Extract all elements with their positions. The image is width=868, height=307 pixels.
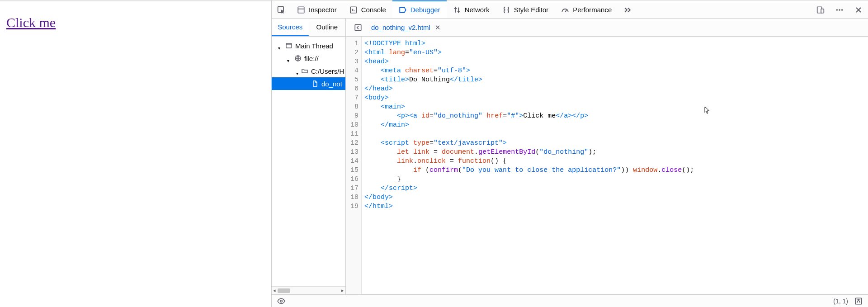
tab-performance[interactable]: Performance [555, 0, 618, 18]
svg-rect-4 [821, 9, 824, 13]
tab-style-editor-label: Style Editor [514, 6, 549, 14]
sources-tab[interactable]: Sources [272, 19, 309, 36]
pick-element-icon [277, 6, 285, 14]
open-file-tab[interactable]: do_nothing_v2.html ✕ [368, 22, 443, 33]
pick-element-button[interactable] [272, 0, 291, 18]
performance-icon [561, 6, 569, 14]
tree-scheme[interactable]: file:// [272, 52, 345, 65]
sources-tree-pane: Main Thread file:// C:/U [272, 37, 346, 294]
chevron-double-right-icon [623, 6, 632, 14]
file-icon [311, 80, 319, 87]
globe-icon [294, 55, 302, 62]
source-code[interactable]: <!DOCTYPE html><html lang="en-US"><head>… [362, 37, 868, 294]
close-file-tab-button[interactable]: ✕ [435, 24, 441, 31]
window-icon [285, 42, 292, 49]
tab-style-editor[interactable]: Style Editor [496, 0, 555, 18]
outline-tab[interactable]: Outline [309, 19, 346, 36]
responsive-mode-button[interactable] [811, 5, 830, 14]
debugger-subbar: Sources Outline do_nothing_v2.html ✕ [272, 19, 868, 37]
close-devtools-button[interactable] [849, 5, 868, 14]
devtools-toolbar: Inspector Console Debugger Network [272, 0, 868, 19]
tab-console[interactable]: Console [343, 0, 392, 18]
devtools-panel: Inspector Console Debugger Network [271, 0, 868, 307]
source-map-button[interactable] [854, 297, 863, 305]
watch-expressions-button[interactable] [277, 297, 285, 305]
close-icon [854, 6, 863, 14]
tree-folder[interactable]: C:/Users/H [272, 65, 345, 77]
tree-main-thread-label: Main Thread [295, 42, 333, 50]
editor-status-bar: (1, 1) [272, 294, 868, 307]
svg-point-5 [836, 9, 838, 11]
tree-file[interactable]: do_not [272, 77, 345, 90]
svg-point-11 [280, 300, 283, 302]
responsive-icon [816, 6, 825, 14]
tab-performance-label: Performance [573, 6, 612, 14]
tree-file-label: do_not [321, 80, 342, 88]
svg-point-6 [839, 9, 840, 11]
tab-debugger[interactable]: Debugger [392, 0, 447, 18]
folder-icon [301, 67, 308, 75]
svg-rect-1 [298, 7, 304, 13]
overflow-tabs-button[interactable] [618, 0, 637, 18]
click-me-link[interactable]: Click me [6, 15, 56, 30]
tree-scheme-label: file:// [304, 55, 319, 62]
toggle-sources-pane-button[interactable] [352, 22, 364, 33]
tab-debugger-label: Debugger [410, 6, 440, 14]
scroll-left-icon: ◂ [273, 288, 276, 293]
svg-point-7 [841, 9, 843, 11]
debugger-icon [399, 6, 407, 14]
svg-rect-9 [286, 43, 292, 48]
tab-inspector[interactable]: Inspector [291, 0, 343, 18]
scroll-right-icon: ▸ [341, 288, 344, 293]
source-editor[interactable]: 12345678910111213141516171819 <!DOCTYPE … [346, 37, 868, 294]
twisty-icon [296, 69, 298, 73]
twisty-icon [278, 43, 283, 48]
tab-console-label: Console [361, 6, 386, 14]
tab-inspector-label: Inspector [309, 6, 337, 14]
dots-icon [835, 6, 844, 14]
tree-horizontal-scrollbar[interactable]: ◂ ▸ [272, 286, 345, 294]
tree-folder-label: C:/Users/H [311, 67, 344, 75]
twisty-icon [287, 56, 292, 61]
cursor-position: (1, 1) [833, 298, 848, 305]
console-icon [349, 6, 358, 14]
file-tab-label: do_nothing_v2.html [371, 24, 430, 31]
network-icon [453, 6, 461, 14]
inspector-icon [297, 6, 305, 14]
tab-network-label: Network [465, 6, 490, 14]
kebab-menu-button[interactable] [830, 5, 849, 14]
panel-collapse-icon [354, 24, 362, 32]
line-number-gutter: 12345678910111213141516171819 [346, 37, 362, 294]
tab-network[interactable]: Network [447, 0, 496, 18]
svg-rect-8 [355, 24, 361, 31]
tree-main-thread[interactable]: Main Thread [272, 39, 345, 52]
page-content: Click me [0, 0, 271, 307]
style-editor-icon [502, 6, 510, 14]
